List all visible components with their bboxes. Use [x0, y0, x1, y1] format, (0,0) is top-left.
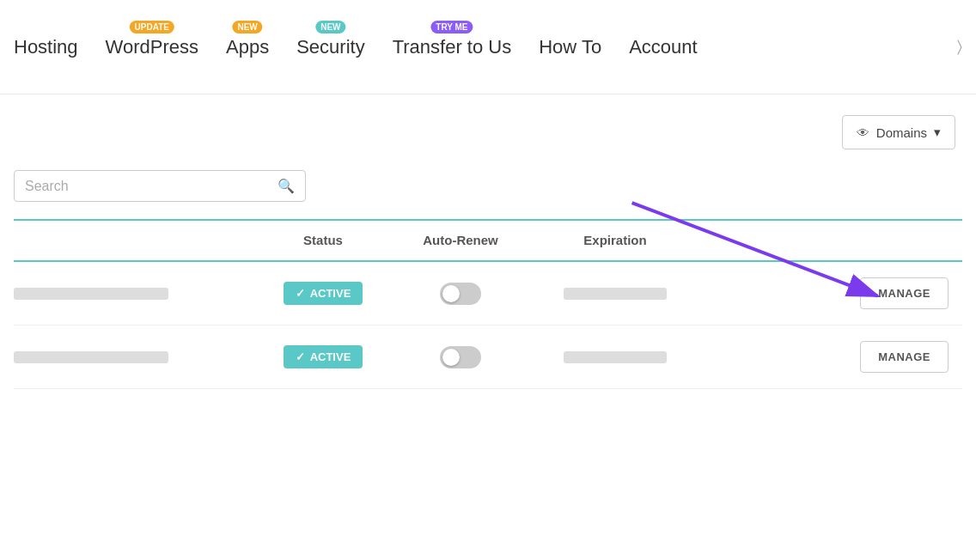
active-badge: ✓ ACTIVE: [284, 282, 363, 305]
col-header-expiration: Expiration: [529, 233, 701, 248]
nav-transfer[interactable]: TRY ME Transfer to Us: [393, 36, 512, 58]
toggle-track[interactable]: [440, 283, 481, 305]
table-body: ✓ ACTIVE MANAGE: [14, 262, 962, 389]
nav-howto[interactable]: How To: [539, 36, 601, 58]
expiration-blurred: [564, 351, 667, 363]
domain-name-blurred: [14, 351, 168, 363]
check-icon: ✓: [296, 350, 305, 363]
domains-row: 👁 Domains ▾: [14, 94, 962, 163]
expiration-blurred: [564, 288, 667, 300]
transfer-badge: TRY ME: [430, 21, 473, 33]
search-row: 🔍: [14, 163, 962, 202]
action-cell: MANAGE: [701, 341, 962, 373]
col-header-status: Status: [254, 233, 392, 248]
col-header-autorenew: Auto-Renew: [392, 233, 529, 248]
autorenew-cell: [392, 283, 529, 305]
security-badge: NEW: [315, 21, 345, 33]
active-badge: ✓ ACTIVE: [284, 345, 363, 368]
autorenew-cell: [392, 346, 529, 368]
search-box: 🔍: [14, 170, 306, 202]
expiration-cell: [529, 288, 701, 300]
manage-button[interactable]: MANAGE: [860, 341, 949, 373]
domain-name-cell: [14, 351, 254, 363]
chevron-down-icon: ▾: [934, 125, 941, 140]
toggle-thumb: [442, 349, 460, 366]
nav-apps[interactable]: NEW Apps: [226, 36, 269, 58]
nav-account[interactable]: Account: [629, 36, 698, 58]
search-input[interactable]: [25, 179, 271, 194]
expiration-cell: [529, 351, 701, 363]
autorenew-toggle[interactable]: [392, 283, 529, 305]
nav-security[interactable]: NEW Security: [296, 36, 364, 58]
eye-icon: 👁: [857, 125, 869, 140]
status-cell: ✓ ACTIVE: [254, 345, 392, 368]
nav-wordpress[interactable]: UPDATE WordPress: [106, 36, 198, 58]
domain-name-blurred: [14, 288, 168, 300]
status-cell: ✓ ACTIVE: [254, 282, 392, 305]
action-cell: MANAGE: [701, 277, 962, 309]
nav-more-button[interactable]: 〉: [957, 38, 962, 56]
table-header: Status Auto-Renew Expiration: [14, 221, 962, 262]
domains-dropdown-button[interactable]: 👁 Domains ▾: [842, 115, 955, 149]
apps-badge: NEW: [232, 21, 262, 33]
manage-button[interactable]: MANAGE: [860, 277, 949, 309]
search-icon: 🔍: [278, 178, 295, 194]
nav-hosting[interactable]: Hosting: [14, 36, 78, 58]
toggle-track[interactable]: [440, 346, 481, 368]
wordpress-badge: UPDATE: [130, 21, 174, 33]
table-row: ✓ ACTIVE MANAGE: [14, 326, 962, 389]
nav-bar: Hosting UPDATE WordPress NEW Apps NEW Se…: [0, 0, 976, 94]
table-row: ✓ ACTIVE MANAGE: [14, 262, 962, 326]
check-icon: ✓: [296, 287, 305, 300]
domains-label: Domains: [876, 125, 927, 140]
toggle-thumb: [442, 285, 460, 302]
autorenew-toggle[interactable]: [392, 346, 529, 368]
domain-name-cell: [14, 288, 254, 300]
main-content: 👁 Domains ▾ 🔍 Status Auto-Renew Expirati…: [0, 94, 976, 389]
